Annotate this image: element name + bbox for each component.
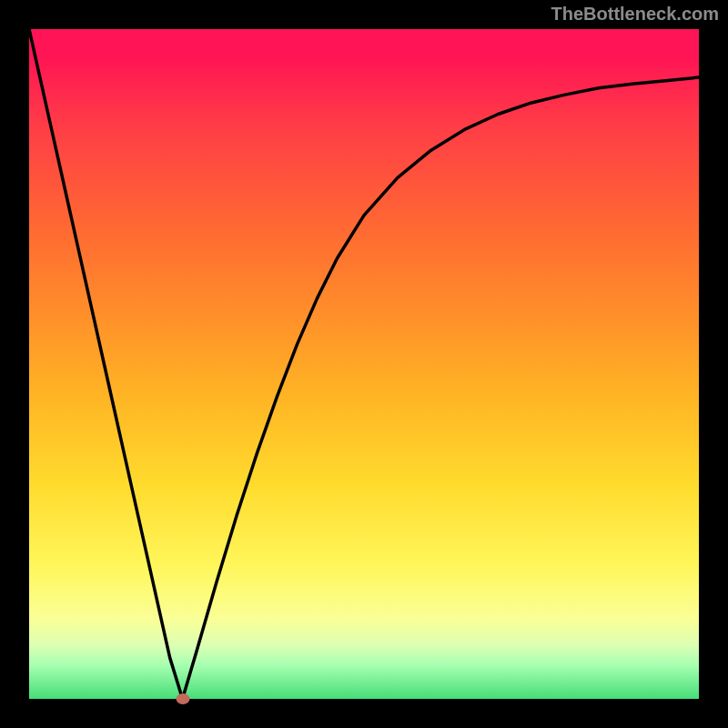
bottleneck-curve-path [29, 29, 699, 699]
minimum-marker-icon [176, 693, 189, 704]
bottleneck-curve [29, 29, 699, 699]
attribution-label: TheBottleneck.com [551, 4, 719, 25]
chart-frame: TheBottleneck.com [0, 0, 728, 728]
